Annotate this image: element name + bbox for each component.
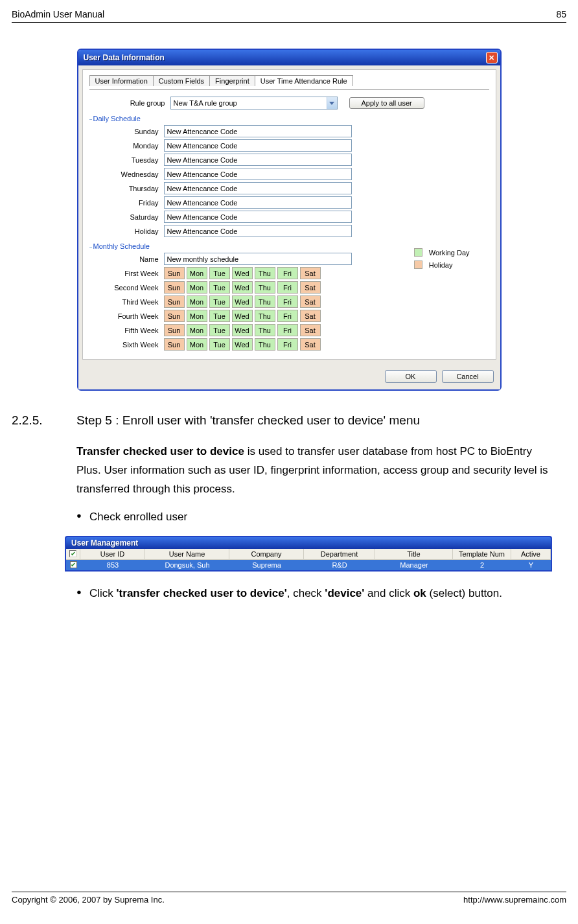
monthly-name-input[interactable]: New monthly schedule: [164, 253, 352, 265]
week-day-cell[interactable]: Sat: [300, 281, 321, 294]
week-day-cell[interactable]: Mon: [187, 295, 207, 308]
week-day-cell[interactable]: Wed: [232, 338, 253, 351]
week-day-cell[interactable]: Fri: [277, 324, 298, 336]
tab-user-time-attendance-rule[interactable]: User Time Attendance Rule: [255, 75, 353, 86]
week-day-cell[interactable]: Thu: [255, 338, 275, 351]
daily-input-tuesday[interactable]: New Attencance Code: [164, 154, 352, 166]
week-day-cell[interactable]: Tue: [209, 281, 230, 294]
week-day-cell[interactable]: Tue: [209, 295, 230, 308]
dialog-tabs: User Information Custom Fields Fingerpri…: [89, 75, 489, 86]
cancel-button[interactable]: Cancel: [442, 370, 494, 383]
t6: ok: [413, 587, 426, 599]
daily-input-monday[interactable]: New Attencance Code: [164, 139, 352, 152]
week-day-cell[interactable]: Sun: [164, 338, 185, 351]
week-day-cell[interactable]: Thu: [255, 267, 275, 279]
um-row-checkbox[interactable]: ✔: [66, 560, 80, 570]
rule-group-select[interactable]: New T&A rule group: [170, 97, 338, 110]
week-day-cell[interactable]: Fri: [277, 267, 298, 279]
week-day-cell[interactable]: Tue: [209, 310, 230, 322]
um-col-title[interactable]: Title: [375, 549, 453, 560]
week-day-cell[interactable]: Sun: [164, 281, 185, 294]
week-day-cell[interactable]: Fri: [277, 295, 298, 308]
um-col-company[interactable]: Company: [229, 549, 304, 560]
week-day-cell[interactable]: Wed: [232, 295, 253, 308]
week-day-cell[interactable]: Sat: [300, 310, 321, 322]
week-day-cell[interactable]: Tue: [209, 267, 230, 279]
section-number: 2.2.5.: [12, 410, 76, 431]
um-col-username[interactable]: User Name: [145, 549, 229, 560]
um-header-checkbox[interactable]: ✔: [66, 549, 80, 560]
um-data-row[interactable]: ✔ 853 Dongsuk, Suh Suprema R&D Manager 2…: [66, 560, 551, 570]
daily-input-saturday[interactable]: New Attencance Code: [164, 211, 352, 223]
footer-rule: [12, 892, 566, 892]
week-day-cell[interactable]: Fri: [277, 338, 298, 351]
week-day-cell[interactable]: Mon: [187, 324, 207, 336]
week-day-cell[interactable]: Wed: [232, 267, 253, 279]
daily-schedule-label: Daily Schedule: [93, 115, 489, 122]
daily-input-sunday[interactable]: New Attencance Code: [164, 125, 352, 137]
user-management-screenshot: User Management ✔ User ID User Name Comp…: [65, 536, 552, 572]
week-day-cell[interactable]: Sun: [164, 295, 185, 308]
week-label: Second Week: [89, 284, 164, 292]
daily-label-friday: Friday: [89, 199, 164, 207]
legend: Working Day Holiday: [414, 248, 470, 273]
daily-input-wednesday[interactable]: New Attencance Code: [164, 168, 352, 180]
daily-label-wednesday: Wednesday: [89, 170, 164, 178]
um-title: User Management: [65, 536, 552, 549]
week-day-cell[interactable]: Mon: [187, 310, 207, 322]
week-day-cell[interactable]: Wed: [232, 310, 253, 322]
daily-input-holiday[interactable]: New Attencance Code: [164, 225, 352, 237]
week-day-cell[interactable]: Sun: [164, 310, 185, 322]
apply-to-all-button[interactable]: Apply to all user: [349, 97, 424, 109]
week-day-cell[interactable]: Thu: [255, 281, 275, 294]
um-cell-username: Dongsuk, Suh: [145, 560, 229, 570]
close-icon[interactable]: ✕: [486, 52, 498, 64]
um-col-department[interactable]: Department: [304, 549, 375, 560]
chevron-down-icon: [327, 97, 337, 109]
t4: 'device': [325, 587, 364, 599]
week-day-cell[interactable]: Fri: [277, 310, 298, 322]
week-day-cell[interactable]: Sat: [300, 324, 321, 336]
daily-label-thursday: Thursday: [89, 185, 164, 192]
week-day-cell[interactable]: Mon: [187, 338, 207, 351]
bullet-icon: ●: [76, 584, 89, 603]
week-day-cell[interactable]: Mon: [187, 267, 207, 279]
tab-fingerprint[interactable]: Fingerprint: [209, 75, 255, 86]
week-label: Sixth Week: [89, 341, 164, 349]
t2: 'transfer checked user to device': [117, 587, 287, 599]
week-day-cell[interactable]: Sat: [300, 267, 321, 279]
rule-group-value: New T&A rule group: [174, 99, 237, 107]
week-day-cell[interactable]: Thu: [255, 295, 275, 308]
week-day-cell[interactable]: Fri: [277, 281, 298, 294]
week-day-cell[interactable]: Sun: [164, 267, 185, 279]
ok-button[interactable]: OK: [385, 370, 437, 383]
um-col-userid[interactable]: User ID: [80, 549, 145, 560]
legend-holiday-label: Holiday: [429, 261, 453, 269]
um-col-active[interactable]: Active: [511, 549, 551, 560]
daily-input-thursday[interactable]: New Attencance Code: [164, 182, 352, 194]
legend-swatch-working: [414, 248, 422, 257]
week-day-cell[interactable]: Wed: [232, 281, 253, 294]
week-day-cell[interactable]: Sat: [300, 338, 321, 351]
week-day-cell[interactable]: Tue: [209, 338, 230, 351]
t3: , check: [287, 587, 325, 599]
week-label: Fourth Week: [89, 312, 164, 320]
week-day-cell[interactable]: Thu: [255, 310, 275, 322]
week-day-cell[interactable]: Mon: [187, 281, 207, 294]
header-rule: [12, 22, 566, 23]
um-cell-templatenum: 2: [453, 560, 511, 570]
um-col-templatenum[interactable]: Template Num: [453, 549, 511, 560]
dialog-screenshot: User Data Information ✕ User Information…: [77, 49, 502, 391]
week-day-cell[interactable]: Sun: [164, 324, 185, 336]
week-day-cell[interactable]: Thu: [255, 324, 275, 336]
week-day-cell[interactable]: Sat: [300, 295, 321, 308]
daily-input-friday[interactable]: New Attencance Code: [164, 196, 352, 209]
t5: and click: [364, 587, 413, 599]
week-day-cell[interactable]: Tue: [209, 324, 230, 336]
um-cell-title: Manager: [375, 560, 453, 570]
daily-label-monday: Monday: [89, 142, 164, 150]
t7: (select) button.: [426, 587, 502, 599]
tab-user-information[interactable]: User Information: [89, 75, 154, 86]
week-day-cell[interactable]: Wed: [232, 324, 253, 336]
tab-custom-fields[interactable]: Custom Fields: [153, 75, 210, 86]
